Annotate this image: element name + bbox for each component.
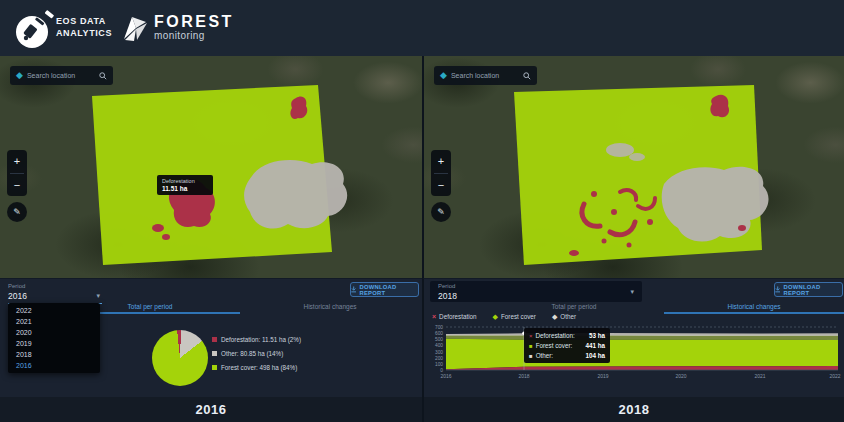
other-area-small xyxy=(629,153,645,161)
legend-swatch-red xyxy=(212,337,217,342)
deforestation-dot xyxy=(152,224,164,232)
y-tick: 400 xyxy=(435,343,443,348)
zoom-out-button[interactable]: − xyxy=(7,174,27,197)
tooltip-label: Other: xyxy=(536,352,554,359)
tooltip-row-forest-cover: ■ Forest cover: 441 ha xyxy=(529,342,605,349)
caption-bar-right: 2018 xyxy=(422,397,844,422)
x-tick: 2020 xyxy=(675,373,686,379)
legend-label: Deforestation: 11.51 ha (2%) xyxy=(221,336,301,343)
y-tick: 200 xyxy=(435,356,443,361)
deforestation-dot xyxy=(162,234,170,240)
legend-item-other: ◆ Other xyxy=(552,313,576,320)
stats-panel-2016: Period 2016 ▾ Total per period Historica… xyxy=(0,278,422,397)
tab-historical-changes[interactable]: Historical changes xyxy=(240,301,420,314)
legend-label: Other xyxy=(560,313,576,320)
period-option[interactable]: 2022 xyxy=(8,305,100,316)
area-chart-legend: × Deforestation ◆ Forest cover ◆ Other xyxy=(432,313,576,320)
forest-leaf-icon xyxy=(122,15,150,43)
tooltip-label: Deforestation: xyxy=(536,332,575,339)
map-2018[interactable]: ◆ + − ✎ xyxy=(422,56,844,278)
zoom-in-button[interactable]: + xyxy=(7,150,27,173)
caption-year-2018: 2018 xyxy=(619,402,650,417)
y-tick: 500 xyxy=(435,337,443,342)
map-overlays-left xyxy=(0,56,422,278)
deforestation-dot xyxy=(569,250,579,256)
pencil-icon: ✎ xyxy=(13,207,21,217)
zoom-control-right: + − xyxy=(431,150,451,196)
period-label: Period xyxy=(8,283,102,289)
download-report-button[interactable]: DOWNLOAD REPORT xyxy=(350,282,419,297)
chart-hover-tooltip: × Deforestation: 53 ha ■ Forest cover: 4… xyxy=(524,328,610,363)
tooltip-row-other: ■ Other: 104 ha xyxy=(529,352,605,359)
historical-area-chart[interactable]: 700 600 500 400 300 200 100 0 2016 2018 … xyxy=(430,323,842,381)
legend-swatch-green xyxy=(212,365,217,370)
search-icon[interactable] xyxy=(523,72,531,80)
period-option[interactable]: 2019 xyxy=(8,338,100,349)
search-icon[interactable] xyxy=(99,72,107,80)
zoom-in-button[interactable]: + xyxy=(431,150,451,173)
eos-pin-icon: ◆ xyxy=(16,71,23,80)
area-forest-shade xyxy=(446,335,838,340)
period-label: Period xyxy=(438,283,455,289)
chevron-down-icon: ▾ xyxy=(630,288,634,296)
tab-historical-changes[interactable]: Historical changes xyxy=(664,301,844,314)
search-box-left[interactable]: ◆ xyxy=(10,66,113,85)
y-tick: 300 xyxy=(435,350,443,355)
period-option[interactable]: 2020 xyxy=(8,327,100,338)
x-tick: 2019 xyxy=(597,373,608,379)
panel-tabs-left: Total per period Historical changes xyxy=(60,301,420,314)
tooltip-value: 104 ha xyxy=(585,352,605,359)
zoom-out-button[interactable]: − xyxy=(431,174,451,197)
legend-label: Forest cover: 498 ha (84%) xyxy=(221,364,297,371)
land-cover-pie-chart xyxy=(152,330,208,386)
map-tooltip-deforestation: Deforestation 11.51 ha xyxy=(157,175,213,195)
legend-marker-diamond: ◆ xyxy=(493,313,498,320)
y-tick: 600 xyxy=(435,331,443,336)
tooltip-marker-x: × xyxy=(529,333,533,339)
search-input-left[interactable] xyxy=(27,72,95,79)
draw-aoi-button[interactable]: ✎ xyxy=(7,202,27,222)
forest-logo-title: FOREST xyxy=(154,13,234,30)
map-2016[interactable]: ◆ + − ✎ Deforestation 11.51 ha xyxy=(0,56,422,278)
draw-aoi-button[interactable]: ✎ xyxy=(431,202,451,222)
x-tick: 2016 xyxy=(440,373,451,379)
eos-satellite-icon xyxy=(12,10,60,50)
deforestation-dot xyxy=(602,239,607,244)
legend-item-forest-cover: ◆ Forest cover xyxy=(493,313,536,320)
period-option[interactable]: 2018 xyxy=(8,349,100,360)
tooltip-row-deforestation: × Deforestation: 53 ha xyxy=(529,332,605,339)
period-value-text: 2018 xyxy=(438,291,457,301)
period-option[interactable]: 2021 xyxy=(8,316,100,327)
legend-marker-x: × xyxy=(432,313,436,320)
period-select-right[interactable]: Period 2018 ▾ xyxy=(430,281,642,302)
tooltip-value: 441 ha xyxy=(585,342,605,349)
zoom-control-left: + − xyxy=(7,150,27,196)
tooltip-value: 53 ha xyxy=(589,332,605,339)
y-tick: 100 xyxy=(435,362,443,367)
legend-item-forest-cover: Forest cover: 498 ha (84%) xyxy=(212,364,301,371)
x-tick: 2021 xyxy=(754,373,765,379)
download-icon xyxy=(775,286,780,293)
search-box-right[interactable]: ◆ xyxy=(434,66,537,85)
search-input-right[interactable] xyxy=(451,72,519,79)
legend-label: Deforestation xyxy=(439,313,476,320)
y-tick: 700 xyxy=(435,325,443,330)
period-value-text: 2016 xyxy=(8,291,27,301)
map-overlays-right xyxy=(424,56,844,278)
period-option-selected[interactable]: 2016 xyxy=(8,360,100,371)
map-tooltip-title: Deforestation xyxy=(162,178,208,184)
forest-logo-subtitle: monitoring xyxy=(154,30,234,41)
download-report-button[interactable]: DOWNLOAD REPORT xyxy=(774,282,843,297)
legend-item-deforestation: × Deforestation xyxy=(432,313,477,320)
top-header: EOS DATA ANALYTICS FOREST monitoring xyxy=(0,0,844,56)
deforestation-dot xyxy=(611,209,617,215)
pencil-icon: ✎ xyxy=(437,207,445,217)
tooltip-label: Forest cover: xyxy=(536,342,573,349)
legend-swatch-gray xyxy=(212,351,217,356)
other-area-overlay xyxy=(244,160,347,228)
download-report-label: DOWNLOAD REPORT xyxy=(359,284,418,296)
eos-pin-icon: ◆ xyxy=(440,71,447,80)
deforestation-dot xyxy=(647,219,653,225)
tooltip-marker-square: ■ xyxy=(529,343,533,349)
legend-item-other: Other: 80.85 ha (14%) xyxy=(212,350,301,357)
